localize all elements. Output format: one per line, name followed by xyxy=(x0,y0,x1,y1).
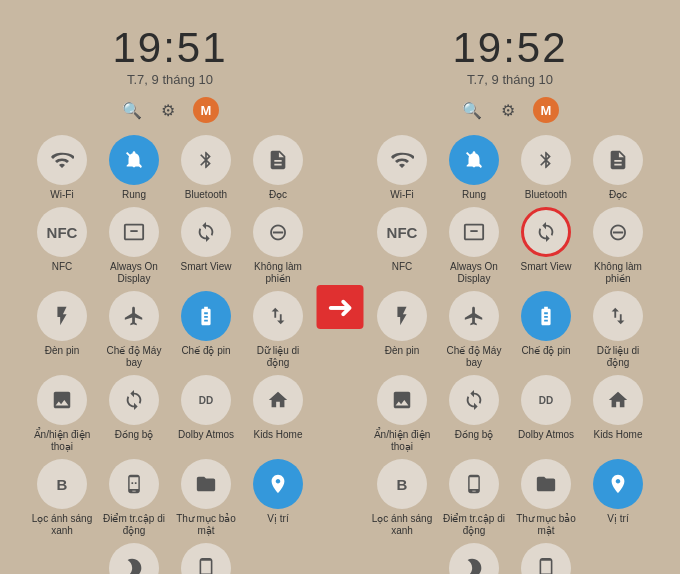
vi-tri-toggle[interactable]: Vị trí xyxy=(244,459,312,537)
r-wifi[interactable]: Wi-Fi xyxy=(368,135,436,201)
r-den-pin[interactable]: Đèn pin xyxy=(368,291,436,369)
khong-label: Không làm phiền xyxy=(244,261,312,285)
r-smart-view[interactable]: Smart View xyxy=(512,207,580,285)
khong-toggle[interactable]: ⊖ Không làm phiền xyxy=(244,207,312,285)
r-nfc-icon: NFC xyxy=(377,207,427,257)
r-diem-label: Điểm tr.cập di động xyxy=(440,513,508,537)
r-dolby[interactable]: DD Dolby Atmos xyxy=(512,375,580,453)
thanh-icon xyxy=(181,543,231,574)
r-dolby-label: Dolby Atmos xyxy=(518,429,574,441)
r-loc-label: Lọc ánh sáng xanh xyxy=(368,513,436,537)
r-ban-dem[interactable]: Chế độ Ban đêm xyxy=(440,543,508,574)
smart-view-icon xyxy=(181,207,231,257)
r-an-hien[interactable]: Ẩn/hiện điện thoại xyxy=(368,375,436,453)
r-den-pin-label: Đèn pin xyxy=(385,345,419,357)
r-thanh[interactable]: Thanh điều hướng xyxy=(512,543,580,574)
nfc-label: NFC xyxy=(52,261,73,273)
rung-label: Rung xyxy=(122,189,146,201)
bluetooth-icon xyxy=(181,135,231,185)
r-dong-bo[interactable]: Đồng bộ xyxy=(440,375,508,453)
loc-label: Lọc ánh sáng xanh xyxy=(28,513,96,537)
r-nfc[interactable]: NFC NFC xyxy=(368,207,436,285)
thanh-toggle[interactable]: Thanh điều hướng xyxy=(172,543,240,574)
dolby-toggle[interactable]: DD Dolby Atmos xyxy=(172,375,240,453)
r-vi-tri-label: Vị trí xyxy=(607,513,628,525)
pin-label: Chế độ pin xyxy=(181,345,230,357)
ban-dem-icon xyxy=(109,543,159,574)
nfc-toggle[interactable]: NFC NFC xyxy=(28,207,96,285)
r-thu-muc[interactable]: Thư mục bảo mật xyxy=(512,459,580,537)
search-icon[interactable]: 🔍 xyxy=(121,99,143,121)
right-time: 19:52 xyxy=(452,24,567,72)
r-bluetooth-label: Bluetooth xyxy=(525,189,567,201)
always-on-label: Always On Display xyxy=(100,261,168,285)
du-lieu-toggle[interactable]: Dữ liệu di động xyxy=(244,291,312,369)
kids-icon xyxy=(253,375,303,425)
r-den-pin-icon xyxy=(377,291,427,341)
r-may-bay-label: Chế độ Máy bay xyxy=(440,345,508,369)
always-on-toggle[interactable]: Always On Display xyxy=(100,207,168,285)
rung-toggle[interactable]: Rung xyxy=(100,135,168,201)
thu-muc-toggle[interactable]: Thư mục bảo mật xyxy=(172,459,240,537)
kids-toggle[interactable]: Kids Home xyxy=(244,375,312,453)
du-lieu-label: Dữ liệu di động xyxy=(244,345,312,369)
r-always-on[interactable]: Always On Display xyxy=(440,207,508,285)
r-vi-tri[interactable]: Vị trí xyxy=(584,459,652,537)
diem-icon xyxy=(109,459,159,509)
an-hien-toggle[interactable]: Ẩn/hiện điện thoại xyxy=(28,375,96,453)
ban-dem-toggle[interactable]: Chế độ Ban đêm xyxy=(100,543,168,574)
an-hien-label: Ẩn/hiện điện thoại xyxy=(28,429,96,453)
smart-view-label: Smart View xyxy=(181,261,232,273)
doc-toggle[interactable]: Đọc xyxy=(244,135,312,201)
arrow-overlay: ➜ xyxy=(317,285,364,329)
left-quick-settings-grid: Wi-Fi Rung Bluetooth Đọc NFC NFC xyxy=(18,135,322,574)
r-may-bay[interactable]: Chế độ Máy bay xyxy=(440,291,508,369)
r-doc-label: Đọc xyxy=(609,189,627,201)
khong-icon: ⊖ xyxy=(253,207,303,257)
dong-bo-toggle[interactable]: Đồng bộ xyxy=(100,375,168,453)
right-search-icon[interactable]: 🔍 xyxy=(461,99,483,121)
loc-icon: B xyxy=(37,459,87,509)
r-du-lieu-icon xyxy=(593,291,643,341)
bluetooth-toggle[interactable]: Bluetooth xyxy=(172,135,240,201)
r-loc[interactable]: B Lọc ánh sáng xanh xyxy=(368,459,436,537)
may-bay-toggle[interactable]: Chế độ Máy bay xyxy=(100,291,168,369)
avatar[interactable]: M xyxy=(193,97,219,123)
r-doc[interactable]: Đọc xyxy=(584,135,652,201)
r-wifi-icon xyxy=(377,135,427,185)
den-pin-icon xyxy=(37,291,87,341)
right-panel: 19:52 T.7, 9 tháng 10 🔍 ⚙ M Wi-Fi Rung B… xyxy=(340,0,680,574)
right-top-icons: 🔍 ⚙ M xyxy=(461,97,559,123)
vi-tri-icon xyxy=(253,459,303,509)
r-vi-tri-icon xyxy=(593,459,643,509)
r-kids[interactable]: Kids Home xyxy=(584,375,652,453)
r-dong-bo-icon xyxy=(449,375,499,425)
r-khong[interactable]: ⊖ Không làm phiền xyxy=(584,207,652,285)
wifi-icon xyxy=(37,135,87,185)
r-diem-icon xyxy=(449,459,499,509)
den-pin-toggle[interactable]: Đèn pin xyxy=(28,291,96,369)
right-avatar[interactable]: M xyxy=(533,97,559,123)
den-pin-label: Đèn pin xyxy=(45,345,79,357)
r-du-lieu[interactable]: Dữ liệu di động xyxy=(584,291,652,369)
wifi-toggle[interactable]: Wi-Fi xyxy=(28,135,96,201)
settings-icon[interactable]: ⚙ xyxy=(157,99,179,121)
r-bluetooth[interactable]: Bluetooth xyxy=(512,135,580,201)
dong-bo-label: Đồng bộ xyxy=(115,429,154,441)
dong-bo-icon xyxy=(109,375,159,425)
r-pin[interactable]: Chế độ pin xyxy=(512,291,580,369)
diem-toggle[interactable]: Điểm tr.cập di động xyxy=(100,459,168,537)
thu-muc-icon xyxy=(181,459,231,509)
r-diem[interactable]: Điểm tr.cập di động xyxy=(440,459,508,537)
thu-muc-label: Thư mục bảo mật xyxy=(172,513,240,537)
pin-icon xyxy=(181,291,231,341)
r-always-on-label: Always On Display xyxy=(440,261,508,285)
rung-icon xyxy=(109,135,159,185)
right-quick-settings-grid: Wi-Fi Rung Bluetooth Đọc NFC NFC xyxy=(358,135,662,574)
r-rung[interactable]: Rung xyxy=(440,135,508,201)
smart-view-toggle[interactable]: Smart View xyxy=(172,207,240,285)
pin-toggle[interactable]: Chế độ pin xyxy=(172,291,240,369)
right-settings-icon[interactable]: ⚙ xyxy=(497,99,519,121)
loc-toggle[interactable]: B Lọc ánh sáng xanh xyxy=(28,459,96,537)
r-dong-bo-label: Đồng bộ xyxy=(455,429,494,441)
